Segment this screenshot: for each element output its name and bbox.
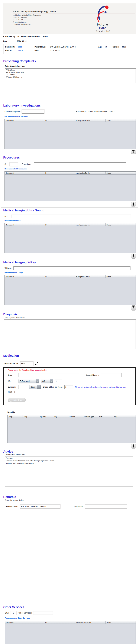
recommended-xray-link[interactable]: Recommended X-Rays [4,272,23,274]
referring-doctor-label: Reffering Doctor [5,505,18,508]
xray-label: X-Rays : [4,267,12,269]
lab-delete-button[interactable] [131,149,136,154]
column-header: Status [106,275,136,278]
consultant-input[interactable] [85,504,127,508]
section-title-procedures: Procedures [3,156,139,159]
other-table-header: Department ID Investigation / Service St… [5,621,136,624]
xray-table-body[interactable] [5,278,136,305]
lab-table-body[interactable] [5,122,136,149]
referred-by-label: Reffered By : [76,110,86,113]
patient-row-1: Patient ID : 6088 Patient Name : JAN BER… [5,46,135,48]
way-selected-value: Before Meal [19,380,30,382]
patient-row-2: Visit ID : 11575 Date : 2024-03-12 [5,50,135,52]
section-title-advice: Advice [3,450,139,453]
procedures-label: Procedures : [22,163,32,165]
advice-input-label: Enter Doctor's Advice Here [5,454,139,456]
logo-future-text: Future [90,22,114,26]
prescription-row: Prescription ID : [4,361,139,366]
column-header: Department [5,224,44,226]
drug-trash-row [0,444,136,449]
uss-delete-button[interactable] [131,254,136,259]
xray-delete-button[interactable] [131,306,136,310]
column-header: Drug [23,415,38,418]
procedures-field-row: Qty : Procedures : [4,162,139,166]
column-header: Note [98,415,113,418]
procedures-qty-input[interactable] [10,162,18,166]
column-header: Status [106,172,136,174]
refresh-prescription-button[interactable] [34,361,39,366]
age-label: Age [98,46,104,48]
column-header: Duration Type [83,415,98,418]
section-divider [0,352,138,352]
other-table-body[interactable] [5,624,136,644]
add-drug-button[interactable]: + Add Drug [8,398,26,402]
other-qty-input[interactable] [10,611,16,615]
column-header: Qty [113,415,136,418]
frequency-selected-value: OD [41,380,45,382]
consult-date-row: Date : 2024-03-12 [3,40,139,42]
uss-table-body[interactable] [5,226,136,253]
procedures-table-body[interactable] [5,174,136,201]
section-divider [0,494,138,494]
drug-delete-button[interactable] [131,444,136,449]
trash-icon [132,202,135,206]
referral-listbox[interactable] [5,510,132,597]
recommended-uss-link[interactable]: Recommended USS [4,220,21,222]
per-meal-input[interactable] [64,385,73,389]
column-header: Department [5,172,44,174]
consult-date-value: : 2024-03-12 [16,40,26,42]
xray-table: Department ID Investigation/Service Stat… [4,275,136,305]
frequency-select[interactable]: OD ▼ [41,379,53,383]
complaints-textarea[interactable]: PAtient Seen FBC is witrhin normal limit… [5,68,136,83]
section-title-ultrasound: Medical Imaging Ultra Sound [3,209,139,212]
drug-input[interactable] [18,373,79,377]
way-select[interactable]: Before Meal ▼ [18,379,39,383]
recommended-procedures-link[interactable]: Recommended Procedures [4,168,27,170]
patient-id-value: 6088 [18,46,34,48]
duration-type-select[interactable]: Day/s ▼ [29,385,41,389]
drug-label: Drug : [8,374,18,376]
special-notes-input[interactable] [101,373,122,377]
uss-label: USS : [4,215,10,218]
column-header: ID [44,119,75,122]
company-address: Le Chainter,Victoria,Mahe,Seychelles [13,14,135,16]
consult-date-label: Date [3,40,16,42]
duration-input[interactable] [18,385,28,389]
drug-table-body[interactable] [8,418,136,443]
lab-investigation-input[interactable] [22,110,44,114]
logo-care-text: Care♥ [99,26,106,30]
recommended-other-services-link[interactable]: Recommended Other Services [5,617,30,619]
trash-icon [132,306,135,310]
other-services-input[interactable] [33,611,53,615]
complaints-input-label: Enter Complaints Here [5,65,139,67]
advice-textarea[interactable]: Reassure Continue medications and ointme… [5,456,133,487]
section-title-medication: Medication [3,354,139,358]
diagnosis-textarea[interactable] [4,320,136,349]
chevron-down-icon: ▼ [36,380,39,383]
age-value: : 63 [104,46,112,48]
prescription-id-input[interactable] [20,361,33,366]
uss-table: Department ID Investigation/Service Stat… [4,223,136,253]
procedures-input[interactable] [34,162,126,166]
uss-input[interactable] [11,214,131,218]
referring-doctor-input[interactable] [20,504,60,508]
plus-icon: + [10,399,12,402]
column-header: Investigation / Service [75,621,106,624]
column-header: ID [44,224,75,226]
column-header: Status [106,119,136,122]
drug-table-header: Drug ID Drug Fequency Way Duration Durat… [8,415,136,418]
times-input[interactable] [55,379,62,383]
xray-input[interactable] [14,266,130,270]
refresh-icon [34,364,39,366]
referral-field-row: Reffering Doctor Consultant [5,504,139,508]
section-title-presenting-complaints: Presenting Complaints [3,60,139,63]
recommended-lab-testings-link[interactable]: Recommended Lab Testings [4,116,28,117]
heart-icon: ♥ [102,27,104,29]
visit-date-value: : 2024-03-12 [49,50,60,52]
column-header: Way [53,415,68,418]
diagnosis-input-label: Enter Diagnosis Details Here [4,317,139,319]
lab-trash-row [0,149,136,154]
procedures-delete-button[interactable] [131,202,136,207]
section-title-referrals: Refferals [3,495,139,498]
other-services-label: Other Services : [18,612,32,614]
